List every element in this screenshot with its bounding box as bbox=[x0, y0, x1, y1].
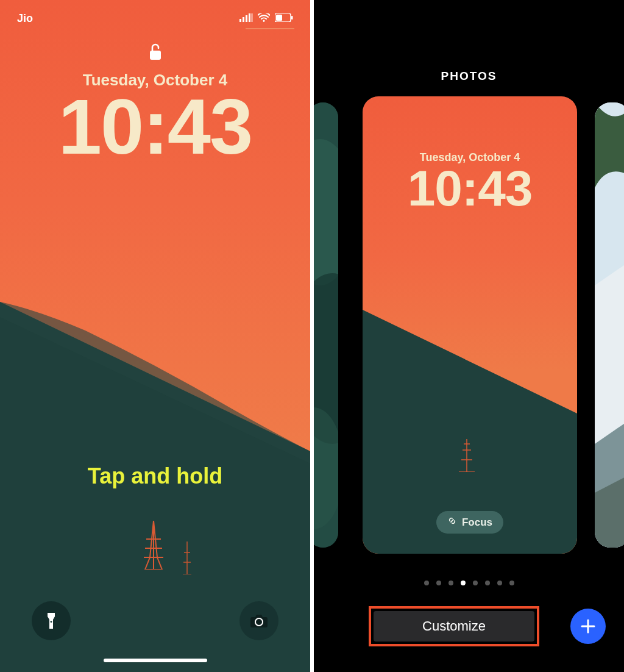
svg-rect-1 bbox=[243, 17, 244, 22]
svg-rect-4 bbox=[251, 13, 253, 22]
lock-screen[interactable]: Jio Tuesday, October 4 10:43 Tap and hol… bbox=[0, 0, 310, 672]
pager-dot bbox=[473, 581, 478, 585]
tower-silhouette bbox=[141, 521, 166, 570]
add-wallpaper-button[interactable] bbox=[570, 609, 606, 644]
flashlight-button[interactable] bbox=[32, 601, 71, 640]
status-underline bbox=[246, 28, 294, 29]
svg-point-5 bbox=[263, 20, 265, 21]
gallery-title: PHOTOS bbox=[314, 70, 624, 83]
pager-dot bbox=[448, 581, 453, 585]
pager-dot bbox=[424, 581, 429, 585]
tower-silhouette-mini bbox=[459, 439, 475, 474]
svg-rect-2 bbox=[246, 15, 247, 22]
link-icon bbox=[447, 516, 457, 529]
svg-point-15 bbox=[314, 407, 338, 529]
svg-rect-7 bbox=[276, 15, 282, 21]
wallpaper-card-next[interactable] bbox=[595, 102, 624, 548]
wifi-icon bbox=[258, 12, 270, 25]
wallpaper-card-previous[interactable] bbox=[314, 102, 338, 548]
pager-dot bbox=[497, 581, 502, 585]
svg-rect-3 bbox=[249, 13, 250, 22]
customize-button[interactable]: Customize bbox=[374, 611, 534, 642]
wallpaper-carousel[interactable]: Tuesday, October 4 10:43 Focus bbox=[314, 96, 624, 566]
focus-button[interactable]: Focus bbox=[436, 511, 503, 534]
pager-dot-active bbox=[461, 581, 466, 585]
svg-rect-0 bbox=[239, 19, 241, 22]
svg-rect-8 bbox=[291, 16, 293, 20]
home-indicator[interactable] bbox=[104, 659, 207, 662]
pager-dot bbox=[436, 581, 441, 585]
camera-button[interactable] bbox=[239, 601, 278, 640]
cellular-signal-icon bbox=[239, 12, 253, 25]
svg-rect-9 bbox=[150, 51, 161, 60]
pager-dot bbox=[509, 581, 514, 585]
unlocked-icon bbox=[148, 43, 163, 63]
instruction-overlay: Tap and hold bbox=[0, 463, 310, 489]
wallpaper-gallery-screen: PHOTOS Tuesday, October 4 10:43 bbox=[314, 0, 624, 672]
battery-icon bbox=[275, 12, 293, 25]
wallpaper-card-current[interactable]: Tuesday, October 4 10:43 Focus bbox=[363, 96, 577, 554]
plus-icon bbox=[580, 618, 596, 634]
tower-silhouette-small bbox=[183, 542, 191, 574]
customize-label: Customize bbox=[422, 618, 486, 634]
pager-dot bbox=[485, 581, 490, 585]
customize-highlight: Customize bbox=[369, 606, 539, 646]
page-indicator bbox=[314, 581, 624, 585]
svg-rect-10 bbox=[51, 621, 52, 623]
svg-point-13 bbox=[314, 139, 338, 285]
focus-label: Focus bbox=[462, 517, 492, 529]
carrier-label: Jio bbox=[17, 12, 33, 25]
lock-screen-time: 10:43 bbox=[0, 84, 310, 170]
status-bar: Jio bbox=[0, 0, 310, 37]
card-time: 10:43 bbox=[363, 162, 577, 215]
